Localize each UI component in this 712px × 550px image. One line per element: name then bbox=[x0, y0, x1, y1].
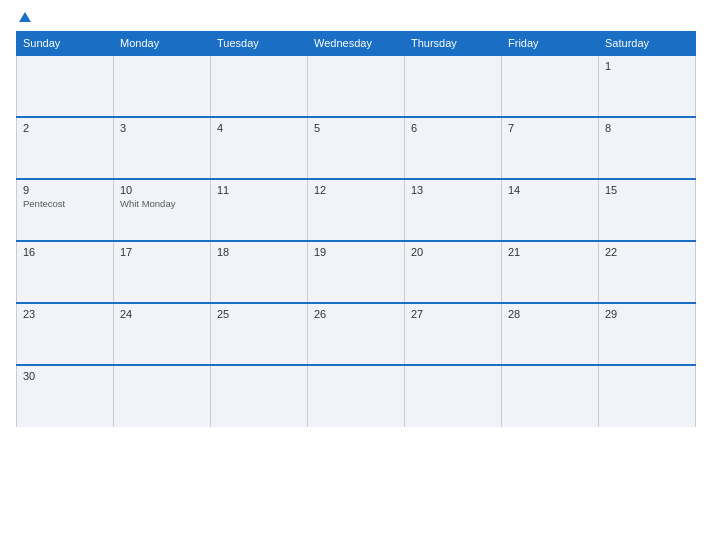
day-number: 2 bbox=[23, 122, 107, 134]
week-row-2: 2345678 bbox=[17, 117, 696, 179]
holiday-label: Whit Monday bbox=[120, 198, 204, 209]
logo-triangle-icon bbox=[19, 12, 31, 22]
calendar-cell bbox=[211, 55, 308, 117]
calendar-cell: 20 bbox=[405, 241, 502, 303]
week-row-3: 9Pentecost10Whit Monday1112131415 bbox=[17, 179, 696, 241]
day-number: 8 bbox=[605, 122, 689, 134]
calendar-cell: 12 bbox=[308, 179, 405, 241]
calendar-cell: 2 bbox=[17, 117, 114, 179]
calendar-cell: 21 bbox=[502, 241, 599, 303]
calendar-cell: 25 bbox=[211, 303, 308, 365]
week-row-1: 1 bbox=[17, 55, 696, 117]
calendar-cell: 30 bbox=[17, 365, 114, 427]
logo-blue-text bbox=[16, 12, 31, 23]
day-number: 15 bbox=[605, 184, 689, 196]
calendar-cell: 5 bbox=[308, 117, 405, 179]
day-number: 14 bbox=[508, 184, 592, 196]
calendar-cell bbox=[308, 55, 405, 117]
calendar-cell: 17 bbox=[114, 241, 211, 303]
calendar-cell bbox=[114, 55, 211, 117]
calendar-cell: 22 bbox=[599, 241, 696, 303]
calendar-cell: 16 bbox=[17, 241, 114, 303]
weekday-header-row: SundayMondayTuesdayWednesdayThursdayFrid… bbox=[17, 32, 696, 56]
weekday-header-sunday: Sunday bbox=[17, 32, 114, 56]
day-number: 21 bbox=[508, 246, 592, 258]
day-number: 10 bbox=[120, 184, 204, 196]
day-number: 9 bbox=[23, 184, 107, 196]
weekday-header-wednesday: Wednesday bbox=[308, 32, 405, 56]
calendar-cell bbox=[502, 55, 599, 117]
day-number: 7 bbox=[508, 122, 592, 134]
calendar-page: SundayMondayTuesdayWednesdayThursdayFrid… bbox=[0, 0, 712, 550]
calendar-cell bbox=[114, 365, 211, 427]
calendar-cell: 18 bbox=[211, 241, 308, 303]
day-number: 13 bbox=[411, 184, 495, 196]
day-number: 19 bbox=[314, 246, 398, 258]
weekday-header-saturday: Saturday bbox=[599, 32, 696, 56]
day-number: 28 bbox=[508, 308, 592, 320]
day-number: 29 bbox=[605, 308, 689, 320]
calendar-cell: 19 bbox=[308, 241, 405, 303]
weekday-header-tuesday: Tuesday bbox=[211, 32, 308, 56]
week-row-4: 16171819202122 bbox=[17, 241, 696, 303]
calendar-cell: 15 bbox=[599, 179, 696, 241]
day-number: 5 bbox=[314, 122, 398, 134]
day-number: 20 bbox=[411, 246, 495, 258]
day-number: 17 bbox=[120, 246, 204, 258]
calendar-cell: 6 bbox=[405, 117, 502, 179]
day-number: 4 bbox=[217, 122, 301, 134]
day-number: 23 bbox=[23, 308, 107, 320]
calendar-cell: 13 bbox=[405, 179, 502, 241]
day-number: 27 bbox=[411, 308, 495, 320]
calendar-cell bbox=[17, 55, 114, 117]
day-number: 11 bbox=[217, 184, 301, 196]
day-number: 16 bbox=[23, 246, 107, 258]
holiday-label: Pentecost bbox=[23, 198, 107, 209]
calendar-cell bbox=[599, 365, 696, 427]
calendar-cell: 3 bbox=[114, 117, 211, 179]
calendar-cell bbox=[502, 365, 599, 427]
calendar-cell: 9Pentecost bbox=[17, 179, 114, 241]
day-number: 12 bbox=[314, 184, 398, 196]
weekday-header-friday: Friday bbox=[502, 32, 599, 56]
logo bbox=[16, 12, 31, 23]
week-row-6: 30 bbox=[17, 365, 696, 427]
day-number: 3 bbox=[120, 122, 204, 134]
day-number: 6 bbox=[411, 122, 495, 134]
day-number: 30 bbox=[23, 370, 107, 382]
calendar-cell: 10Whit Monday bbox=[114, 179, 211, 241]
header bbox=[16, 12, 696, 23]
calendar-cell: 27 bbox=[405, 303, 502, 365]
calendar-cell bbox=[211, 365, 308, 427]
calendar-cell: 26 bbox=[308, 303, 405, 365]
day-number: 24 bbox=[120, 308, 204, 320]
calendar-cell bbox=[405, 365, 502, 427]
weekday-header-thursday: Thursday bbox=[405, 32, 502, 56]
day-number: 25 bbox=[217, 308, 301, 320]
calendar-cell: 1 bbox=[599, 55, 696, 117]
calendar-cell: 14 bbox=[502, 179, 599, 241]
calendar-cell: 8 bbox=[599, 117, 696, 179]
day-number: 22 bbox=[605, 246, 689, 258]
calendar-cell: 24 bbox=[114, 303, 211, 365]
weekday-header-monday: Monday bbox=[114, 32, 211, 56]
calendar-cell: 28 bbox=[502, 303, 599, 365]
calendar-table: SundayMondayTuesdayWednesdayThursdayFrid… bbox=[16, 31, 696, 427]
day-number: 26 bbox=[314, 308, 398, 320]
calendar-cell: 23 bbox=[17, 303, 114, 365]
calendar-cell bbox=[308, 365, 405, 427]
week-row-5: 23242526272829 bbox=[17, 303, 696, 365]
calendar-cell: 4 bbox=[211, 117, 308, 179]
day-number: 1 bbox=[605, 60, 689, 72]
calendar-cell: 11 bbox=[211, 179, 308, 241]
calendar-cell bbox=[405, 55, 502, 117]
calendar-cell: 29 bbox=[599, 303, 696, 365]
calendar-cell: 7 bbox=[502, 117, 599, 179]
day-number: 18 bbox=[217, 246, 301, 258]
